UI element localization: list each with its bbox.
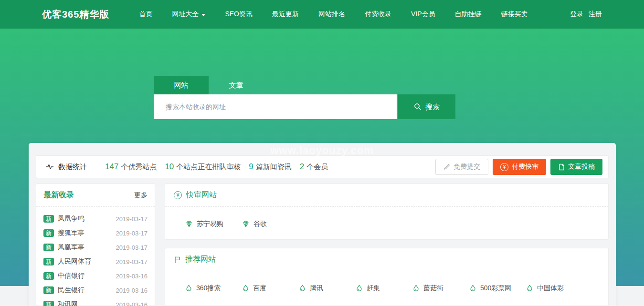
search-input[interactable]	[154, 94, 397, 119]
site-date: 2019-03-17	[116, 215, 148, 223]
register-link[interactable]: 注册	[589, 10, 602, 19]
stat-item: 147个优秀站点	[105, 162, 157, 172]
stats-bar: 数据统计 147个优秀站点 10个站点正在排队审核 9篇新闻资讯 2个会员 免费…	[36, 155, 609, 178]
flag-icon	[174, 256, 181, 264]
nav-item-label: 首页	[139, 10, 152, 19]
site-link[interactable]: 赶集	[356, 284, 412, 293]
fast-review-header: ¥ 快审网站	[165, 184, 608, 207]
latest-listings-panel: 最新收录 更多 新 凤凰争鸣 2019-03-17 新 搜狐军事 2019-03…	[36, 184, 155, 306]
site-link-label: 360搜索	[196, 284, 221, 293]
site-name: 凤凰军事	[58, 243, 116, 252]
site-logo: 优客365精华版	[42, 8, 109, 21]
site-link[interactable]: 蘑菇街	[412, 284, 469, 293]
site-date: 2019-03-17	[116, 230, 148, 237]
stat-unit: 个会员	[306, 163, 328, 171]
site-name: 中信银行	[58, 272, 116, 280]
nav-item-label: 网站排名	[318, 10, 345, 19]
site-name: 凤凰争鸣	[58, 214, 116, 223]
new-badge: 新	[43, 272, 54, 280]
fast-review-title: 快审网站	[186, 190, 217, 200]
site-link[interactable]: 中国体彩	[526, 284, 583, 293]
stats-title-group: 数据统计	[46, 163, 87, 172]
search-tab-label: 网站	[174, 81, 189, 89]
site-link[interactable]: 360搜索	[185, 284, 242, 293]
gem-icon	[242, 220, 250, 228]
stat-value: 9	[249, 162, 253, 171]
stats-title: 数据统计	[58, 163, 87, 172]
nav-item[interactable]: 最近更新	[272, 10, 299, 19]
site-link[interactable]: 谷歌	[242, 220, 299, 228]
new-badge: 新	[43, 258, 54, 265]
free-submit-label: 免费提交	[454, 163, 480, 171]
paid-review-label: 付费快审	[512, 163, 538, 171]
stat-item: 9篇新闻资讯	[249, 162, 291, 172]
list-item[interactable]: 新 凤凰争鸣 2019-03-17	[43, 212, 148, 226]
new-badge: 新	[43, 286, 54, 294]
content-container: 数据统计 147个优秀站点 10个站点正在排队审核 9篇新闻资讯 2个会员 免费…	[29, 143, 616, 306]
list-item[interactable]: 新 凤凰军事 2019-03-17	[43, 240, 148, 255]
new-badge: 新	[43, 215, 54, 223]
stat-item: 2个会员	[300, 162, 328, 172]
search-button[interactable]: 搜索	[398, 94, 455, 119]
nav-item[interactable]: VIP会员	[411, 10, 435, 19]
site-link-label: 中国体彩	[537, 284, 564, 293]
recommended-panel: 推荐网站 360搜索	[165, 248, 609, 306]
nav-item[interactable]: 链接买卖	[501, 10, 528, 19]
article-submit-label: 文章投稿	[568, 163, 595, 171]
nav-item[interactable]: 首页	[139, 10, 152, 19]
search-tab[interactable]: 文章	[209, 76, 264, 94]
flame-icon	[412, 285, 420, 292]
search-icon	[414, 103, 422, 111]
nav-item-label: 网址大全	[172, 10, 199, 19]
flame-icon	[356, 285, 363, 292]
nav-item[interactable]: 付费收录	[365, 10, 391, 19]
more-link[interactable]: 更多	[134, 191, 148, 200]
search-button-label: 搜索	[425, 102, 440, 112]
stat-unit: 个站点正在排队审核	[176, 163, 241, 171]
new-badge: 新	[43, 244, 54, 251]
paid-review-button[interactable]: ¥ 付费快审	[493, 159, 546, 175]
list-item[interactable]: 新 民生银行 2019-03-16	[43, 283, 148, 297]
site-link[interactable]: 百度	[242, 284, 299, 293]
latest-listings-title: 最新收录	[43, 190, 74, 200]
search-tab[interactable]: 网站	[154, 76, 209, 94]
stats-actions: 免费提交 ¥ 付费快审 文章投稿	[435, 159, 602, 175]
list-item[interactable]: 新 人民网体育 2019-03-17	[43, 255, 148, 269]
nav-item[interactable]: 网站排名	[318, 10, 345, 19]
recommended-header: 推荐网站	[165, 248, 608, 271]
free-submit-button[interactable]: 免费提交	[435, 159, 488, 175]
auth-links: 登录 注册	[570, 10, 602, 19]
pulse-icon	[46, 163, 54, 171]
flame-icon	[185, 285, 192, 292]
stat-item: 10个站点正在排队审核	[165, 162, 241, 172]
nav-item[interactable]: SEO资讯	[225, 10, 253, 19]
fast-review-panel: ¥ 快审网站 苏宁易购	[165, 184, 609, 240]
stat-value: 147	[105, 162, 118, 171]
site-link[interactable]: 500彩票网	[469, 284, 526, 293]
search-bar: 搜索	[154, 94, 455, 119]
search-tab-label: 文章	[229, 81, 243, 89]
yen-circle-icon: ¥	[174, 191, 182, 199]
site-date: 2019-03-17	[116, 258, 148, 265]
list-item[interactable]: 新 搜狐军事 2019-03-17	[43, 226, 148, 240]
list-item[interactable]: 新 中信银行 2019-03-16	[43, 269, 148, 283]
site-link[interactable]: 腾讯	[299, 284, 356, 293]
stat-value: 2	[300, 162, 304, 171]
flame-icon	[299, 285, 306, 292]
site-link-label: 百度	[253, 284, 266, 293]
caret-down-icon	[201, 14, 205, 16]
list-item[interactable]: 新 和讯网 2019-03-16	[43, 297, 148, 306]
fast-review-list: 苏宁易购 谷歌	[165, 207, 608, 228]
site-date: 2019-03-17	[116, 244, 148, 251]
stat-value: 10	[165, 162, 174, 171]
latest-listings-list: 新 凤凰争鸣 2019-03-17 新 搜狐军事 2019-03-17 新 凤凰…	[36, 207, 155, 306]
nav-item-label: 自助挂链	[455, 10, 482, 19]
login-link[interactable]: 登录	[570, 10, 583, 19]
nav-item[interactable]: 自助挂链	[455, 10, 482, 19]
site-link[interactable]: 苏宁易购	[185, 220, 242, 228]
nav-item[interactable]: 网址大全	[172, 10, 205, 19]
nav-item-label: 链接买卖	[501, 10, 528, 19]
site-name: 和讯网	[58, 300, 116, 306]
site-name: 民生银行	[58, 286, 116, 295]
article-submit-button[interactable]: 文章投稿	[550, 159, 602, 175]
